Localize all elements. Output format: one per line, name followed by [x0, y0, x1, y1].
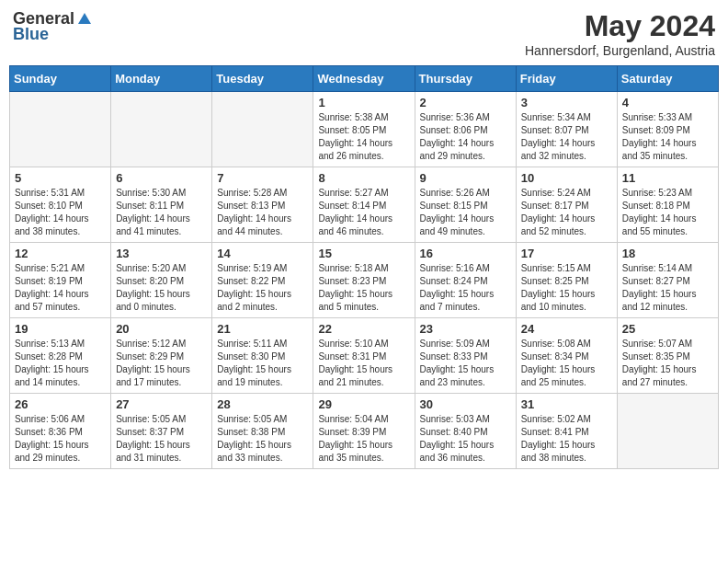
calendar-cell: 15Sunrise: 5:18 AM Sunset: 8:23 PM Dayli… — [313, 243, 415, 318]
calendar-cell: 13Sunrise: 5:20 AM Sunset: 8:20 PM Dayli… — [111, 243, 212, 318]
day-number: 25 — [622, 322, 713, 336]
calendar-cell: 12Sunrise: 5:21 AM Sunset: 8:19 PM Dayli… — [10, 243, 111, 318]
day-number: 5 — [15, 171, 106, 185]
day-info: Sunrise: 5:04 AM Sunset: 8:39 PM Dayligh… — [318, 413, 409, 465]
day-number: 22 — [318, 322, 409, 336]
day-number: 7 — [217, 171, 308, 185]
day-info: Sunrise: 5:34 AM Sunset: 8:07 PM Dayligh… — [521, 111, 612, 163]
calendar-cell — [10, 92, 111, 167]
calendar-cell: 21Sunrise: 5:11 AM Sunset: 8:30 PM Dayli… — [212, 318, 313, 394]
calendar-cell: 6Sunrise: 5:30 AM Sunset: 8:11 PM Daylig… — [111, 167, 212, 243]
calendar-week-4: 19Sunrise: 5:13 AM Sunset: 8:28 PM Dayli… — [10, 318, 719, 394]
day-info: Sunrise: 5:24 AM Sunset: 8:17 PM Dayligh… — [521, 187, 612, 238]
day-info: Sunrise: 5:33 AM Sunset: 8:09 PM Dayligh… — [622, 111, 713, 163]
day-info: Sunrise: 5:12 AM Sunset: 8:29 PM Dayligh… — [116, 338, 207, 389]
day-info: Sunrise: 5:30 AM Sunset: 8:11 PM Dayligh… — [116, 187, 207, 238]
calendar-cell: 2Sunrise: 5:36 AM Sunset: 8:06 PM Daylig… — [415, 92, 516, 167]
calendar-cell: 9Sunrise: 5:26 AM Sunset: 8:15 PM Daylig… — [415, 167, 516, 243]
calendar-table: SundayMondayTuesdayWednesdayThursdayFrid… — [9, 65, 719, 469]
day-info: Sunrise: 5:36 AM Sunset: 8:06 PM Dayligh… — [420, 111, 511, 163]
calendar-week-2: 5Sunrise: 5:31 AM Sunset: 8:10 PM Daylig… — [10, 167, 719, 243]
calendar-week-3: 12Sunrise: 5:21 AM Sunset: 8:19 PM Dayli… — [10, 243, 719, 318]
calendar-cell: 30Sunrise: 5:03 AM Sunset: 8:40 PM Dayli… — [415, 394, 516, 469]
calendar-cell: 7Sunrise: 5:28 AM Sunset: 8:13 PM Daylig… — [212, 167, 313, 243]
calendar-cell: 27Sunrise: 5:05 AM Sunset: 8:37 PM Dayli… — [111, 394, 212, 469]
day-info: Sunrise: 5:38 AM Sunset: 8:05 PM Dayligh… — [318, 111, 409, 163]
header-sunday: Sunday — [10, 66, 111, 92]
day-info: Sunrise: 5:15 AM Sunset: 8:25 PM Dayligh… — [521, 262, 612, 314]
svg-marker-0 — [78, 13, 91, 24]
day-number: 19 — [15, 322, 106, 336]
logo-icon — [76, 11, 93, 28]
day-info: Sunrise: 5:26 AM Sunset: 8:15 PM Dayligh… — [420, 187, 511, 238]
header-tuesday: Tuesday — [212, 66, 313, 92]
day-info: Sunrise: 5:13 AM Sunset: 8:28 PM Dayligh… — [15, 338, 106, 389]
calendar-cell: 22Sunrise: 5:10 AM Sunset: 8:31 PM Dayli… — [313, 318, 415, 394]
day-info: Sunrise: 5:03 AM Sunset: 8:40 PM Dayligh… — [420, 413, 511, 465]
calendar-cell: 24Sunrise: 5:08 AM Sunset: 8:34 PM Dayli… — [516, 318, 617, 394]
calendar-week-5: 26Sunrise: 5:06 AM Sunset: 8:36 PM Dayli… — [10, 394, 719, 469]
calendar-cell: 19Sunrise: 5:13 AM Sunset: 8:28 PM Dayli… — [10, 318, 111, 394]
month-title: May 2024 — [525, 9, 715, 43]
calendar-cell: 11Sunrise: 5:23 AM Sunset: 8:18 PM Dayli… — [617, 167, 718, 243]
calendar-week-1: 1Sunrise: 5:38 AM Sunset: 8:05 PM Daylig… — [10, 92, 719, 167]
header-row: SundayMondayTuesdayWednesdayThursdayFrid… — [10, 66, 719, 92]
day-number: 8 — [318, 171, 409, 185]
calendar-cell: 3Sunrise: 5:34 AM Sunset: 8:07 PM Daylig… — [516, 92, 617, 167]
page-header: General Blue May 2024 Hannersdorf, Burge… — [9, 9, 719, 58]
subtitle: Hannersdorf, Burgenland, Austria — [525, 43, 715, 58]
day-info: Sunrise: 5:14 AM Sunset: 8:27 PM Dayligh… — [622, 262, 713, 314]
calendar-cell — [617, 394, 718, 469]
calendar-cell: 25Sunrise: 5:07 AM Sunset: 8:35 PM Dayli… — [617, 318, 718, 394]
day-number: 21 — [217, 322, 308, 336]
day-info: Sunrise: 5:20 AM Sunset: 8:20 PM Dayligh… — [116, 262, 207, 314]
day-info: Sunrise: 5:28 AM Sunset: 8:13 PM Dayligh… — [217, 187, 308, 238]
day-number: 11 — [622, 171, 713, 185]
day-info: Sunrise: 5:07 AM Sunset: 8:35 PM Dayligh… — [622, 338, 713, 389]
day-number: 9 — [420, 171, 511, 185]
day-number: 1 — [318, 96, 409, 109]
logo-blue: Blue — [13, 25, 49, 44]
day-info: Sunrise: 5:10 AM Sunset: 8:31 PM Dayligh… — [318, 338, 409, 389]
day-info: Sunrise: 5:11 AM Sunset: 8:30 PM Dayligh… — [217, 338, 308, 389]
header-thursday: Thursday — [415, 66, 516, 92]
calendar-cell: 18Sunrise: 5:14 AM Sunset: 8:27 PM Dayli… — [617, 243, 718, 318]
day-info: Sunrise: 5:16 AM Sunset: 8:24 PM Dayligh… — [420, 262, 511, 314]
day-number: 14 — [217, 247, 308, 260]
day-number: 10 — [521, 171, 612, 185]
day-number: 3 — [521, 96, 612, 109]
day-info: Sunrise: 5:06 AM Sunset: 8:36 PM Dayligh… — [15, 413, 106, 465]
day-info: Sunrise: 5:21 AM Sunset: 8:19 PM Dayligh… — [15, 262, 106, 314]
title-block: May 2024 Hannersdorf, Burgenland, Austri… — [525, 9, 715, 58]
day-number: 29 — [318, 397, 409, 411]
calendar-cell: 16Sunrise: 5:16 AM Sunset: 8:24 PM Dayli… — [415, 243, 516, 318]
day-number: 2 — [420, 96, 511, 109]
day-info: Sunrise: 5:19 AM Sunset: 8:22 PM Dayligh… — [217, 262, 308, 314]
day-info: Sunrise: 5:23 AM Sunset: 8:18 PM Dayligh… — [622, 187, 713, 238]
day-number: 13 — [116, 247, 207, 260]
day-info: Sunrise: 5:09 AM Sunset: 8:33 PM Dayligh… — [420, 338, 511, 389]
calendar-cell — [212, 92, 313, 167]
calendar-cell: 14Sunrise: 5:19 AM Sunset: 8:22 PM Dayli… — [212, 243, 313, 318]
day-number: 30 — [420, 397, 511, 411]
day-info: Sunrise: 5:05 AM Sunset: 8:38 PM Dayligh… — [217, 413, 308, 465]
calendar-cell — [111, 92, 212, 167]
day-number: 23 — [420, 322, 511, 336]
logo: General Blue — [13, 9, 93, 44]
day-number: 17 — [521, 247, 612, 260]
calendar-cell: 29Sunrise: 5:04 AM Sunset: 8:39 PM Dayli… — [313, 394, 415, 469]
day-number: 20 — [116, 322, 207, 336]
day-info: Sunrise: 5:02 AM Sunset: 8:41 PM Dayligh… — [521, 413, 612, 465]
calendar-cell: 17Sunrise: 5:15 AM Sunset: 8:25 PM Dayli… — [516, 243, 617, 318]
day-number: 16 — [420, 247, 511, 260]
header-wednesday: Wednesday — [313, 66, 415, 92]
day-info: Sunrise: 5:18 AM Sunset: 8:23 PM Dayligh… — [318, 262, 409, 314]
calendar-cell: 10Sunrise: 5:24 AM Sunset: 8:17 PM Dayli… — [516, 167, 617, 243]
day-number: 28 — [217, 397, 308, 411]
day-number: 27 — [116, 397, 207, 411]
day-info: Sunrise: 5:31 AM Sunset: 8:10 PM Dayligh… — [15, 187, 106, 238]
header-monday: Monday — [111, 66, 212, 92]
day-number: 12 — [15, 247, 106, 260]
calendar-cell: 28Sunrise: 5:05 AM Sunset: 8:38 PM Dayli… — [212, 394, 313, 469]
day-info: Sunrise: 5:05 AM Sunset: 8:37 PM Dayligh… — [116, 413, 207, 465]
